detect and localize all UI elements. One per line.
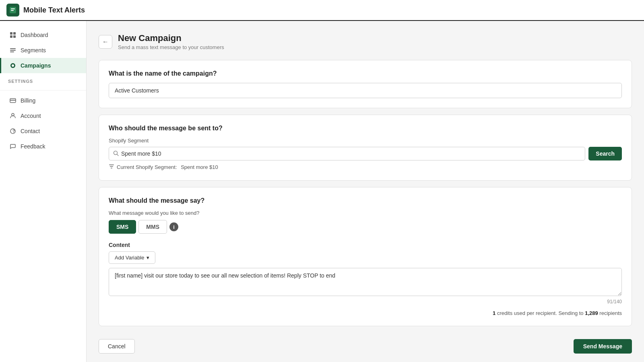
current-segment-value: Spent more $10	[181, 164, 218, 170]
search-button[interactable]: Search	[588, 147, 622, 160]
campaigns-icon	[9, 62, 17, 69]
feedback-label: Feedback	[21, 143, 45, 150]
sidebar: Dashboard Segments Campaigns SETTINGS Bi…	[0, 21, 87, 362]
top-header: Mobile Text Alerts	[0, 0, 644, 21]
recipients-count: 1,289	[585, 310, 598, 316]
mms-button[interactable]: MMS	[138, 220, 167, 234]
main-layout: Dashboard Segments Campaigns SETTINGS Bi…	[0, 21, 644, 362]
main-content: ← New Campaign Send a mass text message …	[87, 21, 644, 362]
svg-rect-13	[10, 100, 16, 101]
svg-rect-3	[10, 32, 12, 35]
info-icon[interactable]: i	[169, 222, 178, 231]
dropdown-arrow-icon: ▾	[147, 255, 149, 261]
svg-point-14	[12, 113, 14, 116]
svg-rect-5	[10, 35, 12, 38]
credits-post-text: recipients	[599, 310, 622, 316]
billing-icon	[9, 97, 17, 104]
current-segment-prefix: Current Shopify Segment:	[117, 164, 178, 170]
sidebar-item-dashboard[interactable]: Dashboard	[0, 27, 86, 43]
page-title-block: New Campaign Send a mass text message to…	[118, 33, 224, 50]
feedback-icon	[9, 143, 17, 150]
svg-rect-20	[110, 166, 113, 167]
cancel-button[interactable]: Cancel	[99, 339, 135, 354]
message-label: What should the message say?	[109, 197, 622, 204]
sidebar-item-campaigns[interactable]: Campaigns	[0, 58, 86, 73]
svg-rect-21	[111, 168, 112, 169]
filter-icon	[109, 164, 114, 171]
page-header: ← New Campaign Send a mass text message …	[99, 33, 632, 50]
search-icon	[113, 150, 119, 157]
content-label: Content	[109, 242, 622, 248]
svg-point-11	[12, 64, 14, 67]
bottom-actions: Cancel Send Message	[99, 333, 632, 354]
campaign-name-input[interactable]	[109, 83, 622, 98]
account-icon	[9, 112, 17, 119]
add-variable-button[interactable]: Add Variable ▾	[109, 251, 155, 264]
sidebar-item-feedback[interactable]: Feedback	[0, 139, 86, 154]
dashboard-label: Dashboard	[21, 32, 48, 38]
svg-rect-4	[13, 32, 16, 35]
sms-button[interactable]: SMS	[109, 220, 136, 234]
svg-rect-2	[11, 10, 14, 11]
credits-info: 1 credits used per recipient. Sending to…	[109, 310, 622, 316]
settings-section-label: SETTINGS	[0, 73, 86, 86]
app-title: Mobile Text Alerts	[23, 6, 85, 14]
contact-label: Contact	[21, 128, 40, 134]
sidebar-item-segments[interactable]: Segments	[0, 43, 86, 58]
sidebar-item-contact[interactable]: ? Contact	[0, 123, 86, 139]
shopify-segment-label: Shopify Segment	[109, 138, 622, 144]
back-button[interactable]: ←	[99, 35, 112, 49]
segment-search-input[interactable]	[121, 147, 581, 160]
svg-rect-19	[109, 165, 114, 165]
current-segment-row: Current Shopify Segment: Spent more $10	[109, 164, 622, 171]
page-subtitle: Send a mass text message to your custome…	[118, 44, 224, 50]
search-row: Search	[109, 147, 622, 160]
campaign-name-card: What is the name of the campaign?	[99, 60, 632, 108]
add-variable-label: Add Variable	[115, 255, 144, 261]
dashboard-icon	[9, 31, 17, 39]
sidebar-item-account[interactable]: Account	[0, 108, 86, 123]
page-title: New Campaign	[118, 33, 224, 43]
recipient-label: Who should the message be sent to?	[109, 125, 622, 132]
sidebar-item-billing[interactable]: Billing	[0, 93, 86, 108]
message-type-buttons: SMS MMS i	[109, 220, 622, 234]
svg-rect-8	[10, 50, 16, 51]
campaigns-label: Campaigns	[21, 62, 51, 69]
svg-rect-7	[10, 48, 16, 49]
segments-icon	[9, 47, 17, 54]
char-count: 91/140	[109, 299, 622, 304]
segments-label: Segments	[21, 47, 46, 53]
search-input-wrap	[109, 147, 585, 160]
app-logo	[6, 4, 19, 16]
credits-mid-text: credits used per recipient. Sending to	[497, 310, 585, 316]
recipients-card: Who should the message be sent to? Shopi…	[99, 115, 632, 181]
message-card: What should the message say? What messag…	[99, 187, 632, 326]
contact-icon: ?	[9, 128, 17, 135]
svg-text:?: ?	[12, 129, 15, 134]
message-type-prompt: What message would you like to send?	[109, 210, 622, 216]
credits-number: 1	[493, 310, 495, 316]
message-textarea[interactable]: [first name] visit our store today to se…	[109, 268, 622, 296]
svg-line-18	[117, 154, 119, 156]
send-message-button[interactable]: Send Message	[574, 339, 632, 354]
svg-rect-1	[11, 8, 15, 9]
account-label: Account	[21, 113, 41, 119]
campaign-name-label: What is the name of the campaign?	[109, 70, 622, 77]
svg-rect-9	[10, 51, 14, 52]
billing-label: Billing	[21, 97, 35, 104]
sidebar-divider	[0, 90, 86, 90]
svg-rect-6	[13, 35, 16, 38]
